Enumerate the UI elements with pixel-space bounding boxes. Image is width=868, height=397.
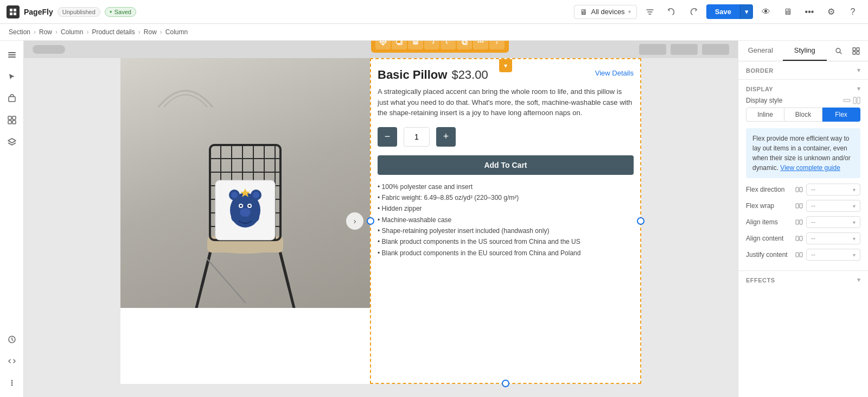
tab-general[interactable]: General xyxy=(738,41,783,61)
sidebar-grid-icon[interactable] xyxy=(2,110,22,130)
align-content-value: -- xyxy=(811,235,815,242)
resize-handle-right[interactable] xyxy=(637,217,644,225)
product-title: Basic Pillow xyxy=(378,68,447,82)
breadcrumb-section[interactable]: Section xyxy=(9,28,30,36)
align-content-select[interactable]: -- ▾ xyxy=(806,232,860,244)
toolbar-copy-btn[interactable] xyxy=(392,41,407,49)
sidebar-dots-icon[interactable] xyxy=(2,373,22,393)
sidebar-clock-icon[interactable] xyxy=(2,330,22,349)
flex-direction-select[interactable]: -- ▾ xyxy=(806,184,860,196)
svg-rect-68 xyxy=(796,204,799,208)
toolbar-redo-btn[interactable] xyxy=(441,41,456,49)
desktop-preview-btn[interactable]: 🖥 xyxy=(779,3,796,21)
svg-point-14 xyxy=(11,382,12,384)
filter-icon-btn[interactable] xyxy=(641,3,659,21)
toolbar-move-btn[interactable] xyxy=(375,41,391,49)
toolbar-duplicate-btn[interactable] xyxy=(457,41,472,49)
sidebar-code-icon[interactable] xyxy=(2,351,22,371)
sidebar-bag-icon[interactable] xyxy=(2,89,22,108)
quantity-decrease-btn[interactable]: − xyxy=(378,127,397,147)
save-dropdown-button[interactable]: ▾ xyxy=(740,4,753,19)
more-options-btn[interactable]: ••• xyxy=(801,3,818,21)
align-content-row: Align content -- ▾ xyxy=(746,232,860,244)
sidebar-menu-icon[interactable] xyxy=(2,45,22,65)
svg-point-39 xyxy=(231,192,238,198)
device-selector-label: All devices xyxy=(591,8,624,16)
topbar: PageFly Unpublished Saved 🖥 All devices … xyxy=(0,0,868,24)
breadcrumb-row-1[interactable]: Row xyxy=(39,28,52,36)
effects-section: EFFECTS ▾ xyxy=(738,271,868,289)
feature-5: • Shape-retaining polyester insert inclu… xyxy=(378,225,634,236)
breadcrumb-column-2[interactable]: Column xyxy=(165,28,188,36)
svg-rect-51 xyxy=(397,41,401,43)
view-details-area: View Details xyxy=(595,68,634,78)
svg-point-46 xyxy=(231,211,240,222)
svg-rect-75 xyxy=(800,253,802,257)
redo-btn[interactable] xyxy=(685,3,702,21)
flex-wrap-select[interactable]: -- ▾ xyxy=(806,200,860,212)
flex-wrap-value: -- xyxy=(811,202,815,210)
effects-collapse-icon: ▾ xyxy=(857,276,861,283)
breadcrumb-column-1[interactable]: Column xyxy=(61,28,83,36)
svg-rect-5 xyxy=(8,54,16,55)
quantity-input[interactable] xyxy=(404,127,430,147)
breadcrumb-sep-4: › xyxy=(138,28,141,36)
quantity-increase-btn[interactable]: + xyxy=(436,127,456,147)
tab-styling[interactable]: Styling xyxy=(783,41,827,61)
svg-rect-62 xyxy=(857,52,859,54)
product-image xyxy=(120,58,370,308)
justify-content-select[interactable]: -- ▾ xyxy=(806,249,860,261)
sidebar-layers-icon[interactable] xyxy=(2,132,22,152)
resize-handle-bottom[interactable] xyxy=(502,380,509,387)
chevron-down-icon: ▾ xyxy=(628,9,631,15)
justify-content-value: -- xyxy=(811,251,815,259)
flex-direction-chevron: ▾ xyxy=(853,187,856,193)
border-section-header[interactable]: BORDER ▾ xyxy=(746,67,860,74)
effects-section-header[interactable]: EFFECTS ▾ xyxy=(746,276,860,283)
device-selector[interactable]: 🖥 All devices ▾ xyxy=(574,5,636,19)
carousel-next-btn[interactable]: › xyxy=(346,212,363,230)
resize-handle-left[interactable] xyxy=(367,217,374,225)
flex-direction-row: Flex direction -- ▾ xyxy=(746,184,860,196)
help-btn[interactable]: ? xyxy=(844,3,861,21)
toolbar-more-btn[interactable] xyxy=(473,41,488,49)
topbar-left: PageFly Unpublished Saved xyxy=(7,5,570,18)
save-button[interactable]: Save xyxy=(706,4,740,19)
feature-2: • Fabric weight: 6.49–8.85 oz/yd² (220–3… xyxy=(378,192,634,203)
breadcrumb: Section › Row › Column › Product details… xyxy=(0,24,868,41)
section-dropdown-btn[interactable]: ▾ xyxy=(499,59,512,72)
chair-svg xyxy=(164,102,327,308)
undo-btn[interactable] xyxy=(663,3,680,21)
toolbar-delete-btn[interactable] xyxy=(408,41,423,49)
display-inline-btn[interactable]: Inline xyxy=(746,108,784,122)
align-items-select[interactable]: -- ▾ xyxy=(806,216,860,228)
toolbar-arrow-btn[interactable]: ‹ xyxy=(489,41,505,49)
svg-rect-59 xyxy=(853,48,856,51)
breadcrumb-row-2[interactable]: Row xyxy=(144,28,157,36)
display-section-label: DISPLAY xyxy=(746,86,773,92)
add-to-cart-btn[interactable]: Add To Cart xyxy=(378,155,634,175)
svg-rect-9 xyxy=(12,116,16,119)
sidebar-cursor-icon[interactable] xyxy=(2,67,22,86)
svg-point-45 xyxy=(240,208,251,217)
effects-section-label: EFFECTS xyxy=(746,277,775,283)
svg-rect-70 xyxy=(796,220,799,224)
display-section-header[interactable]: DISPLAY ▾ xyxy=(746,85,860,92)
app-name: PageFly xyxy=(24,8,53,16)
flex-complete-guide-link[interactable]: View complete guide xyxy=(780,164,840,172)
toolbar-undo-btn[interactable] xyxy=(424,41,439,49)
view-details-link[interactable]: View Details xyxy=(595,69,634,77)
status-unpublished-badge: Unpublished xyxy=(58,7,100,17)
panel-tab-icons xyxy=(827,41,868,61)
preview-btn[interactable]: 👁 xyxy=(757,3,775,21)
svg-point-44 xyxy=(248,205,251,207)
svg-rect-10 xyxy=(8,121,11,124)
display-flex-btn[interactable]: Flex xyxy=(822,108,860,122)
display-block-btn[interactable]: Block xyxy=(784,108,822,122)
breadcrumb-product-details[interactable]: Product details xyxy=(92,28,135,36)
panel-search-icon[interactable] xyxy=(831,43,846,59)
left-sidebar xyxy=(0,41,24,397)
panel-grid-icon[interactable] xyxy=(848,43,864,59)
settings-btn[interactable]: ⚙ xyxy=(822,3,840,21)
svg-rect-7 xyxy=(9,97,15,102)
